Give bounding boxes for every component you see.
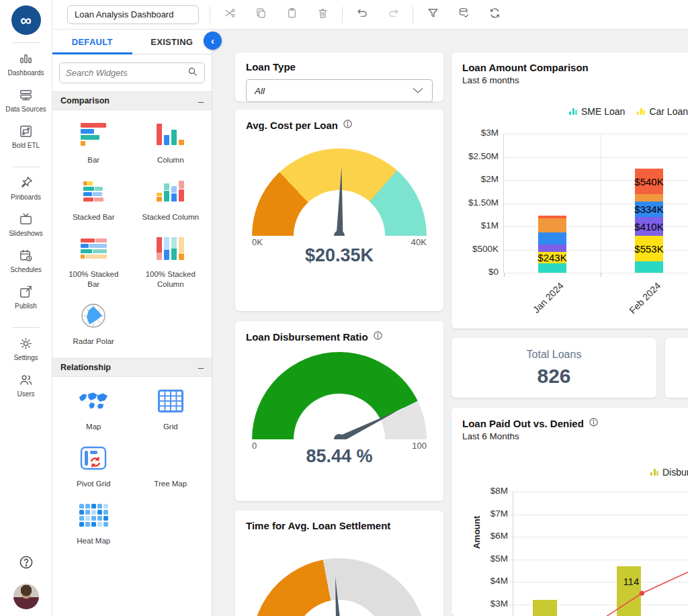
bar-segment[interactable] xyxy=(538,216,566,219)
paste-button[interactable] xyxy=(283,6,300,24)
sidebar-item-pinboards[interactable]: Pinboards xyxy=(0,175,52,201)
gridline xyxy=(504,157,688,158)
user-avatar[interactable] xyxy=(13,584,39,609)
tab-default[interactable]: DEFAULT xyxy=(52,30,132,54)
section-grid-comparison: BarColumnStacked BarStacked Column100% S… xyxy=(52,110,212,358)
data-sources-icon xyxy=(18,87,34,103)
legend-series-icon xyxy=(569,108,577,115)
bold-etl-icon xyxy=(18,123,34,139)
sidebar-item-data-sources[interactable]: Data Sources xyxy=(0,87,52,113)
cut-button[interactable] xyxy=(221,6,239,24)
info-icon[interactable] xyxy=(373,331,383,343)
bar-segment[interactable]: $334K xyxy=(635,202,663,217)
100-stacked-bar-icon xyxy=(81,234,107,263)
bar-segment[interactable] xyxy=(538,263,566,273)
filter-button[interactable] xyxy=(424,6,441,24)
undo-button[interactable] xyxy=(353,6,371,24)
left-rail: ∞ DashboardsData SourcesBold ETLPinboard… xyxy=(0,0,52,616)
redo-button[interactable] xyxy=(384,6,402,24)
widget-item-map[interactable]: Map xyxy=(55,386,132,432)
y-tick-label: $3M xyxy=(453,128,499,138)
widget-item-heat-map[interactable]: Heat Map xyxy=(55,500,132,546)
widget-title: Loan Disbursement Ratio xyxy=(246,331,433,343)
cut-icon xyxy=(224,7,236,22)
segment-label: $553K xyxy=(634,243,663,255)
chart-legend: SME LoanCar Loan xyxy=(569,106,688,117)
brand-logo[interactable]: ∞ xyxy=(11,5,41,35)
widget-title: Loan Type xyxy=(235,52,443,73)
dashboard-title-input[interactable] xyxy=(67,5,199,24)
gauge-max-label: 40K xyxy=(411,237,427,247)
grid-icon xyxy=(158,386,183,416)
widget-item-stacked-column[interactable]: Stacked Column xyxy=(132,177,210,222)
legend-series-icon xyxy=(637,108,645,115)
panel-collapse-button[interactable]: ‹ xyxy=(204,32,222,50)
dashboard-canvas: Loan Type All Avg. Cost per Loan xyxy=(212,30,688,616)
legend-item[interactable]: Disburse xyxy=(650,467,688,478)
sidebar-item-publish[interactable]: Publish xyxy=(0,283,52,310)
tab-existing[interactable]: EXISTING xyxy=(132,30,212,54)
widget-title: Loan Paid Out vs. Denied xyxy=(462,417,688,429)
section-header-comparison[interactable]: Comparison– xyxy=(52,91,212,110)
gauge-min-label: 0K xyxy=(252,237,263,247)
bar-segment[interactable]: $540K xyxy=(635,169,663,193)
info-icon[interactable] xyxy=(589,417,599,429)
loan-type-select[interactable]: All xyxy=(246,79,433,102)
bar-segment[interactable] xyxy=(538,218,566,232)
sidebar-item-settings[interactable]: Settings xyxy=(0,335,52,361)
bar-segment[interactable]: $243K xyxy=(538,252,566,263)
y-tick-label: $2.50M xyxy=(453,151,499,161)
widget-item-bar[interactable]: Bar xyxy=(55,120,132,165)
avg-cost-widget: Avg. Cost per Loan 0K 40K $20.35K xyxy=(235,109,443,311)
search-input[interactable] xyxy=(66,68,187,78)
rail-bottom xyxy=(13,554,39,616)
copy-icon xyxy=(255,7,267,22)
help-icon[interactable] xyxy=(18,554,34,573)
tree-map-icon xyxy=(158,443,183,473)
bar-segment[interactable]: $410K xyxy=(635,217,663,236)
sidebar-item-slideshows[interactable]: Slideshows xyxy=(0,211,52,237)
sidebar-item-users[interactable]: Users xyxy=(0,371,52,398)
widget-item-radar-polar[interactable]: Radar Polar xyxy=(55,301,132,347)
bar-segment[interactable]: $553K xyxy=(635,236,663,261)
bar-segment[interactable] xyxy=(635,194,663,202)
sidebar-item-dashboards[interactable]: Dashboards xyxy=(0,50,52,77)
widget-item-tree-map[interactable]: Tree Map xyxy=(132,443,210,489)
dashboards-icon xyxy=(18,50,34,67)
widget-item-grid[interactable]: Grid xyxy=(132,386,210,432)
100-stacked-column-icon xyxy=(157,234,184,263)
widget-item-column[interactable]: Column xyxy=(132,120,210,165)
y-tick-label: $1.50M xyxy=(453,197,499,208)
bar-segment[interactable] xyxy=(635,261,663,273)
gridline xyxy=(504,134,688,134)
legend-item[interactable]: Car Loan xyxy=(637,106,688,117)
widget-item-stacked-bar[interactable]: Stacked Bar xyxy=(55,177,132,222)
disbursement-gauge: 0 100 85.44 % xyxy=(252,352,427,467)
toolbar-history-group xyxy=(353,6,402,24)
disbursement-widget: Loan Disbursement Ratio 0 100 85.44 % xyxy=(235,321,443,501)
point-label: 114 xyxy=(623,576,639,587)
refresh-button[interactable] xyxy=(486,6,503,24)
legend-item[interactable]: SME Loan xyxy=(569,106,625,117)
y-tick-label: $500K xyxy=(453,244,499,254)
y-tick-label: $8M xyxy=(473,486,508,496)
sidebar-item-schedules[interactable]: Schedules xyxy=(0,247,52,273)
widget-item-100-stacked-column[interactable]: 100% Stacked Column xyxy=(132,234,210,290)
data-source-button[interactable] xyxy=(455,6,472,24)
top-toolbar xyxy=(52,0,688,30)
sidebar-item-bold-etl[interactable]: Bold ETL xyxy=(0,123,52,149)
copy-button[interactable] xyxy=(252,6,269,24)
bar-segment[interactable] xyxy=(538,245,566,251)
info-icon[interactable] xyxy=(343,119,353,131)
axis-tick xyxy=(504,273,505,277)
bar-segment[interactable] xyxy=(538,232,566,245)
widget-item-100-stacked-bar[interactable]: 100% Stacked Bar xyxy=(55,234,132,290)
widget-item-pivot-grid[interactable]: Pivot Grid xyxy=(55,443,132,489)
y-tick-label: $4M xyxy=(473,576,508,586)
delete-button[interactable] xyxy=(314,6,331,24)
section-header-relationship[interactable]: Relationship– xyxy=(52,358,212,377)
stacked-column-icon xyxy=(157,177,184,206)
y-tick-label: $7M xyxy=(473,509,508,519)
gauge-min-label: 0 xyxy=(252,441,257,451)
segment-label: $334K xyxy=(634,204,663,215)
